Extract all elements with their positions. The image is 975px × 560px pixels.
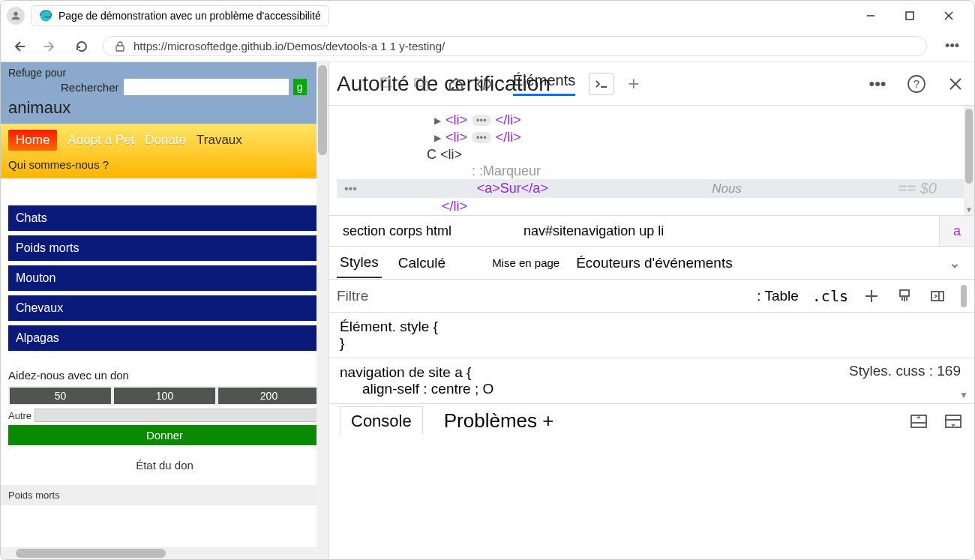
browser-menu-button[interactable]: •••	[938, 38, 967, 54]
close-button[interactable]	[938, 5, 959, 26]
dom-selected-row[interactable]: ••• <a>Sur</a> Nous == $0	[337, 179, 967, 198]
devtools-close-button[interactable]	[944, 73, 967, 95]
category-item[interactable]: Chevaux	[8, 295, 321, 321]
dom-nous: Nous	[712, 181, 742, 196]
category-item[interactable]: Chats	[8, 205, 321, 231]
tab-computed[interactable]: Calculé	[398, 255, 446, 271]
donation-other-input[interactable]	[34, 409, 321, 422]
ellipsis-icon[interactable]: •••	[472, 132, 491, 143]
question-icon: ?	[907, 74, 926, 94]
plus-icon	[863, 288, 880, 304]
welcome-tab-icon[interactable]	[446, 73, 466, 94]
help-button[interactable]: ?	[905, 73, 928, 95]
forward-button[interactable]	[40, 36, 61, 57]
drawer-problems-tab[interactable]: Problèmes +	[444, 409, 554, 433]
devtools-menu-button[interactable]: •••	[866, 73, 889, 95]
chevron-down-icon[interactable]: ⌄	[949, 254, 961, 271]
dom-vertical-scrollbar[interactable]: ▼	[964, 106, 974, 215]
more-tabs-button[interactable]: +	[628, 72, 639, 95]
brush-icon	[896, 288, 913, 304]
url-text: https://microsoftedge.github.io/Demos/de…	[134, 40, 445, 52]
profile-avatar[interactable]	[7, 7, 25, 25]
elements-tab[interactable]: Éléments	[513, 72, 575, 96]
rule-block[interactable]: navigation de site a { align-self : cent…	[329, 358, 974, 403]
dots-horizontal-icon: •••	[344, 182, 357, 196]
dock-button[interactable]	[928, 286, 947, 306]
category-item[interactable]: Alpagas	[8, 325, 321, 351]
drawer-console-tab[interactable]: Console	[340, 406, 423, 436]
device-toolbar-icon[interactable]	[411, 73, 432, 94]
address-bar[interactable]: https://microsoftedge.github.io/Demos/de…	[103, 36, 927, 56]
browser-tab-strip: Page de démonstration avec un problème d…	[1, 1, 974, 31]
refresh-button[interactable]	[71, 36, 92, 57]
donation-amount-button[interactable]: 50	[8, 386, 112, 406]
tab-layout[interactable]: Mise en page	[492, 256, 560, 269]
page-vertical-scrollbar[interactable]	[316, 62, 328, 547]
tab-listeners[interactable]: Écouteurs d'événements	[576, 255, 733, 271]
breadcrumb-item[interactable]: section corps html	[329, 223, 465, 239]
search-go-button[interactable]: g	[293, 79, 307, 95]
tab-styles[interactable]: Styles	[337, 248, 382, 278]
panel-top-icon	[944, 414, 962, 429]
inspect-element-icon[interactable]	[376, 73, 398, 94]
maximize-button[interactable]	[899, 5, 920, 26]
expand-triangle-icon[interactable]: ▶	[434, 133, 441, 143]
refuge-label: Refuge pour	[8, 67, 321, 79]
page-horizontal-scrollbar[interactable]	[1, 547, 328, 559]
donation-other-label: Autre	[8, 410, 32, 421]
chevron-down-icon: ▼	[959, 390, 968, 400]
brush-button[interactable]	[895, 286, 914, 306]
page-viewport: Refuge pour Rechercher g animaux Home Ad…	[1, 62, 329, 559]
filter-table[interactable]: : Table	[757, 288, 799, 304]
devtools-panel: Autorité de certification Éléments + •••…	[329, 62, 974, 559]
devtools-top-tabs: Autorité de certification Éléments + •••…	[329, 62, 974, 106]
refresh-icon	[74, 39, 89, 54]
expand-triangle-icon[interactable]: ▶	[434, 115, 441, 126]
nav-donate[interactable]: Donate	[145, 133, 186, 148]
styles-scrollbar[interactable]	[961, 285, 967, 307]
drawer-dock-button[interactable]	[908, 411, 929, 432]
dom-eq0: == $0	[898, 180, 937, 197]
donation-amount-button[interactable]: 100	[112, 386, 217, 406]
code-tab-icon[interactable]	[474, 73, 495, 94]
arrow-right-icon	[43, 39, 58, 54]
nav-home[interactable]: Home	[8, 130, 57, 151]
console-tab-icon[interactable]	[589, 73, 614, 95]
breadcrumb-item[interactable]: nav#sitenavigation up li	[510, 223, 677, 239]
nav-travaux[interactable]: Travaux	[196, 133, 242, 148]
svg-rect-10	[415, 79, 425, 86]
footer-label: Poids morts	[1, 485, 328, 505]
panel-bottom-icon	[910, 414, 928, 429]
styles-filter-input[interactable]: Filtre	[337, 288, 743, 304]
tab-title: Page de démonstration avec un problème d…	[58, 10, 321, 22]
dom-marker: : :Marqueur	[337, 163, 967, 179]
breadcrumb-item-last[interactable]: a	[939, 216, 974, 246]
svg-point-0	[14, 12, 17, 16]
close-icon	[948, 76, 963, 91]
nav-adopt[interactable]: Adopt a Pet	[68, 133, 134, 148]
ellipsis-icon[interactable]: •••	[472, 115, 491, 126]
dom-tree[interactable]: ▶<li>•••</li> ▶<li>•••</li> C <li> : :Ma…	[329, 106, 974, 215]
category-item[interactable]: Mouton	[8, 265, 321, 291]
element-style-block[interactable]: Élément. style { }	[329, 313, 974, 358]
drawer-expand-button[interactable]	[943, 411, 964, 432]
styles-filter-row: Filtre : Table .cls	[329, 280, 974, 313]
donation-amount-button[interactable]: 200	[217, 386, 321, 406]
panel-right-icon	[929, 288, 946, 304]
nav-about[interactable]: Qui sommes-nous ?	[8, 158, 321, 171]
browser-tab[interactable]: Page de démonstration avec un problème d…	[31, 5, 329, 26]
window-controls	[860, 5, 968, 26]
rule-source[interactable]: Styles. cuss : 169	[849, 363, 961, 379]
minimize-button[interactable]	[860, 5, 881, 26]
donation-submit-button[interactable]: Donner	[8, 425, 321, 445]
svg-rect-8	[116, 46, 124, 51]
dom-breadcrumb[interactable]: section corps html nav#sitenavigation up…	[329, 215, 974, 247]
url-bar-row: https://microsoftedge.github.io/Demos/de…	[1, 31, 974, 62]
filter-cls[interactable]: .cls	[812, 287, 848, 305]
dots-horizontal-icon: •••	[945, 38, 959, 53]
search-input[interactable]	[124, 79, 289, 95]
maximize-icon	[904, 10, 915, 21]
category-item[interactable]: Poids morts	[8, 235, 321, 261]
back-button[interactable]	[8, 36, 29, 57]
new-style-rule-button[interactable]	[862, 286, 881, 306]
